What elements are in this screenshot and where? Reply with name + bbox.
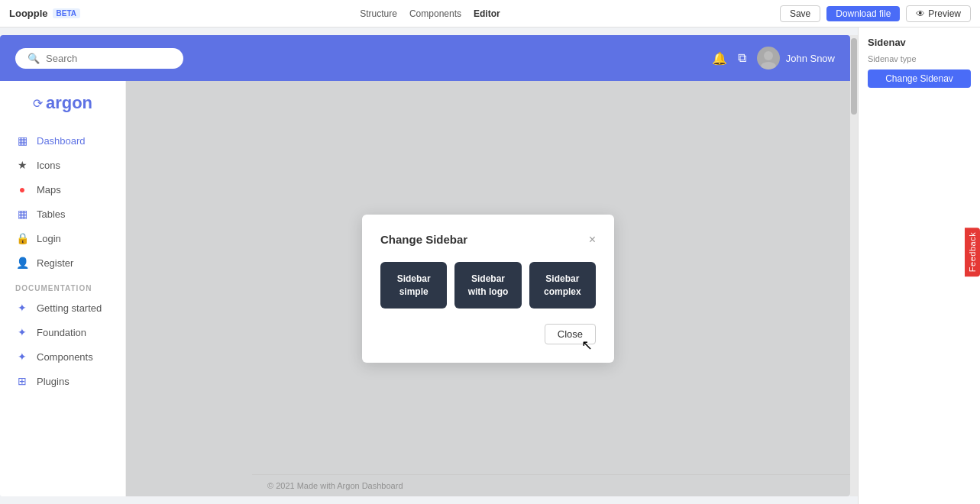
inner-preview: 🔍 🔔 ⧉ John Snow [0, 35, 850, 496]
download-button[interactable]: Download file [826, 6, 900, 21]
dashboard-icon: ▦ [15, 134, 29, 147]
sidebar-item-label: Plugins [37, 376, 70, 387]
inner-content: ⟳ argon ▦ Dashboard ★ Icons ● [0, 81, 850, 496]
maps-icon: ● [15, 183, 29, 195]
user-menu[interactable]: John Snow [757, 47, 835, 69]
icons-icon: ★ [15, 159, 29, 171]
sidebar-item-components[interactable]: ✦ Components [0, 344, 125, 369]
right-panel-type-label: Sidenav type [868, 54, 971, 63]
change-sidenav-button[interactable]: Change Sidenav [868, 69, 971, 88]
sidebar-item-label: Components [37, 351, 93, 363]
svg-point-0 [764, 51, 773, 60]
inner-logo: ⟳ argon [0, 93, 125, 113]
sidebar-item-dashboard[interactable]: ▦ Dashboard [0, 128, 125, 153]
modal-overlay[interactable]: Change Sidebar × Sidebar simple Sidebar … [126, 81, 850, 496]
beta-badge: BETA [53, 8, 80, 18]
tab-editor[interactable]: Editor [474, 8, 500, 19]
login-icon: 🔒 [15, 232, 29, 244]
modal-title: Change Sidebar [380, 233, 467, 246]
editor-frame: 🔍 🔔 ⧉ John Snow [0, 27, 858, 504]
preview-area: 🔍 🔔 ⧉ John Snow [0, 27, 858, 504]
user-name: John Snow [786, 53, 835, 64]
sidebar-item-label: Login [37, 233, 61, 244]
search-input[interactable] [46, 53, 171, 64]
top-actions: Save Download file 👁 Preview [780, 5, 971, 22]
components-icon: ✦ [15, 351, 29, 363]
sidebar-item-login[interactable]: 🔒 Login [0, 226, 125, 250]
sidebar-with-logo-button[interactable]: Sidebar with logo [454, 262, 521, 309]
plugins-icon: ⊞ [15, 375, 29, 387]
main-area: 🔍 🔔 ⧉ John Snow [0, 27, 980, 504]
navbar-right: 🔔 ⧉ John Snow [712, 47, 835, 69]
sidebar-item-getting-started[interactable]: ✦ Getting started [0, 296, 125, 320]
sidebar-complex-button[interactable]: Sidebar complex [529, 262, 596, 309]
search-icon: 🔍 [27, 53, 40, 64]
inner-sidebar: ⟳ argon ▦ Dashboard ★ Icons ● [0, 81, 126, 496]
save-button[interactable]: Save [780, 5, 820, 22]
getting-started-icon: ✦ [15, 302, 29, 314]
scroll-thumb[interactable] [851, 38, 857, 115]
modal-close-button[interactable]: × [589, 233, 596, 247]
logo-icon: ⟳ [33, 96, 43, 111]
sidebar-item-maps[interactable]: ● Maps [0, 177, 125, 202]
inner-main: Change Sidebar × Sidebar simple Sidebar … [126, 81, 850, 496]
sidebar-item-label: Foundation [37, 327, 86, 338]
top-bar: Loopple BETA Structure Components Editor… [0, 0, 980, 27]
sidebar-item-register[interactable]: 👤 Register [0, 250, 125, 275]
sidebar-item-tables[interactable]: ▦ Tables [0, 202, 125, 226]
tables-icon: ▦ [15, 208, 29, 220]
right-panel: Sidenav Sidenav type Change Sidenav [858, 27, 980, 504]
svg-point-1 [761, 62, 776, 69]
modal-header: Change Sidebar × [380, 233, 596, 247]
tab-structure[interactable]: Structure [360, 8, 397, 19]
change-sidebar-modal: Change Sidebar × Sidebar simple Sidebar … [362, 215, 614, 363]
inner-navbar: 🔍 🔔 ⧉ John Snow [0, 35, 850, 81]
sidebar-item-icons[interactable]: ★ Icons [0, 153, 125, 177]
sidebar-simple-button[interactable]: Sidebar simple [380, 262, 447, 309]
preview-scrollbar[interactable] [850, 35, 858, 496]
sidebar-item-label: Getting started [37, 302, 102, 314]
sidebar-item-label: Icons [37, 160, 60, 171]
brand-name: Loopple [9, 8, 48, 19]
sidebar-item-label: Maps [37, 184, 61, 195]
modal-options: Sidebar simple Sidebar with logo Sidebar… [380, 262, 596, 309]
search-box[interactable]: 🔍 [15, 48, 183, 69]
right-panel-title: Sidenav [868, 37, 971, 48]
eye-icon: 👁 [916, 8, 925, 19]
layers-icon[interactable]: ⧉ [738, 51, 746, 65]
sidebar-item-plugins[interactable]: ⊞ Plugins [0, 369, 125, 393]
sidebar-item-label: Tables [37, 208, 66, 220]
doc-section-label: DOCUMENTATION [0, 275, 125, 296]
sidebar-item-foundation[interactable]: ✦ Foundation [0, 320, 125, 344]
modal-footer: Close ↖ [380, 324, 596, 344]
sidebar-item-label: Dashboard [37, 135, 86, 147]
logo-text: argon [46, 93, 92, 113]
preview-button[interactable]: 👁 Preview [906, 5, 971, 22]
register-icon: 👤 [15, 257, 29, 269]
foundation-icon: ✦ [15, 326, 29, 338]
feedback-tab[interactable]: Feedback [965, 228, 980, 276]
top-tabs: Structure Components Editor [360, 8, 500, 19]
avatar [757, 47, 780, 69]
brand-area: Loopple BETA [9, 8, 80, 19]
notification-icon[interactable]: 🔔 [712, 51, 727, 66]
modal-close-action-button[interactable]: Close [545, 324, 596, 344]
sidebar-item-label: Register [37, 257, 73, 269]
tab-components[interactable]: Components [409, 8, 461, 19]
